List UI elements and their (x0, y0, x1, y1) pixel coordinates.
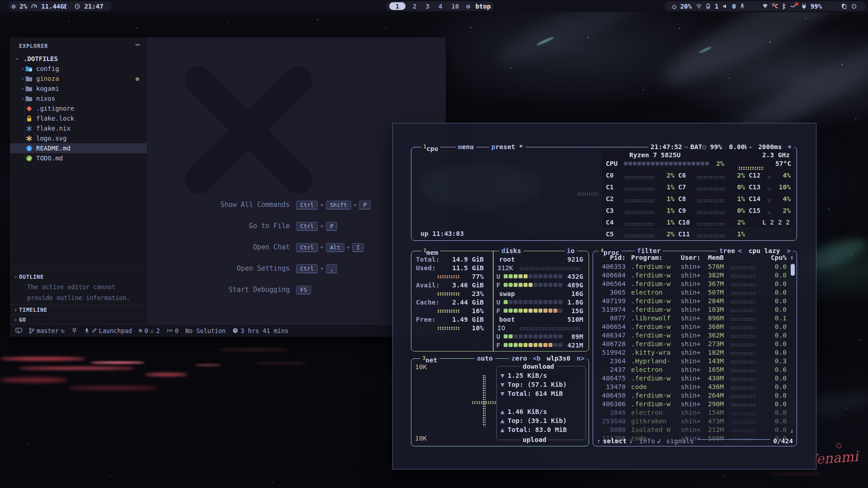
process-row-406728[interactable]: 406728.ferdium-wshin+273M0.0 (593, 339, 797, 348)
git-branch-item[interactable]: master ↻ (29, 327, 65, 334)
process-row-2437[interactable]: 2437electronshin+165M0.6 (593, 365, 797, 374)
workspace-1[interactable]: 1 (389, 2, 406, 10)
process-row-406475[interactable]: 406475.ferdium-wshin+430M0.0 (593, 374, 797, 382)
process-row-2364[interactable]: 2364.Hyprland-shin+143M0.3 (593, 357, 797, 365)
remote-indicator[interactable] (15, 328, 22, 333)
core-percent: 1% (657, 219, 675, 226)
sort-direction-icon[interactable]: ↑ (790, 254, 794, 261)
process-row-406654[interactable]: 406654.ferdium-wshin+368M0.0 (593, 322, 797, 331)
outline-section-header[interactable]: › OUTLINE (10, 272, 147, 282)
file-row-logo.svg[interactable]: logo.svg (10, 133, 147, 143)
workspace-3[interactable]: 3 (424, 3, 431, 10)
select-hint[interactable]: select (603, 437, 627, 445)
lock-icon (25, 115, 33, 122)
sync-icon[interactable]: ↻ (61, 327, 65, 334)
kbd-key: P (326, 222, 338, 231)
go-section-header[interactable]: › GO (10, 314, 147, 325)
cpu-menu-button[interactable]: menu (456, 142, 476, 151)
proc-pid: 406475 (593, 375, 626, 382)
process-row-406347[interactable]: 406347.ferdium-wshin+362M0.0 (593, 331, 797, 339)
net-zero-button[interactable]: zero (509, 354, 529, 363)
solution-label: No Solution (185, 327, 226, 334)
proc-mem: 143M (708, 357, 729, 365)
proc-footer: ↑select↓ info↲ signals 0/424 (597, 436, 793, 445)
core-percent: 2% (728, 219, 745, 226)
process-row-253640[interactable]: 253640gitkrakenshin+473M0.0 (593, 417, 797, 425)
root-folder-row[interactable]: › .DOTFILES (10, 54, 147, 64)
proc-mem: 382M (708, 272, 729, 279)
solution-item[interactable]: No Solution (185, 327, 226, 334)
file-row-.gitignore[interactable]: .gitignore (10, 103, 147, 113)
proc-cpu-graph (731, 429, 756, 432)
cpu-total-label: CPU (606, 160, 618, 167)
proc-pid: 406450 (593, 392, 626, 399)
port-forward-item[interactable] (71, 328, 77, 333)
info-hint[interactable]: info (639, 437, 655, 445)
file-row-README.md[interactable]: README.md (10, 143, 147, 153)
chevron-down-icon: › (14, 56, 20, 61)
file-row-flake.lock[interactable]: flake.lock (10, 113, 147, 123)
io-toggle[interactable]: io (565, 246, 577, 255)
launchpad-item[interactable]: Launchpad (84, 327, 132, 334)
process-row-406564[interactable]: 406564.ferdium-wshin+367M0.0 (593, 279, 797, 288)
process-row-8077[interactable]: 8077.librewolfshin+896M0.1 (593, 314, 797, 322)
workspaces-pill: 123410 ⚙ btop (386, 1, 494, 11)
folder-row-config[interactable]: ›config (10, 64, 147, 74)
process-row-406684[interactable]: 406684.ferdium-wshin+382M0.0 (593, 271, 797, 279)
proc-program: electron (631, 289, 678, 296)
problems-item[interactable]: ⊗ 0 ⚠ 2 (139, 327, 160, 334)
proc-pid: 519942 (593, 349, 626, 356)
core-name: C15 (749, 207, 768, 214)
folder-row-kogami[interactable]: ›kogami (10, 84, 147, 94)
process-row-13470[interactable]: 13470codeshin+436M0.0 (593, 382, 797, 391)
nix-icon (25, 125, 33, 132)
kbd-key: Ctrl (296, 201, 318, 210)
cpu-box-title[interactable]: 1cpu (421, 142, 440, 153)
process-row-519942[interactable]: 519942.kitty-wrashin+182M0.0 (593, 348, 797, 357)
disk-meter (504, 343, 563, 347)
proc-user: shin+ (681, 409, 706, 416)
hardware-status-pill[interactable]: ○ 20% 1 0 (665, 1, 752, 11)
ports-item[interactable]: 0 (167, 327, 179, 334)
disks-toggle[interactable]: disks (499, 246, 524, 255)
time-tracker-item[interactable]: 3 hrs 41 mins (232, 327, 288, 334)
process-row-9080[interactable]: 9080Isolated Wshin+212M0.0 (593, 425, 797, 434)
process-row-406353[interactable]: 406353.ferdium-wshin+576M0.0 (593, 262, 797, 271)
workspace-10[interactable]: 10 (449, 3, 461, 10)
workspace-4[interactable]: 4 (437, 3, 444, 10)
system-stats-pill[interactable]: ⚙ 2% 11.44GB (8, 1, 71, 11)
proc-scrollbar-thumb[interactable] (791, 264, 795, 276)
proc-cpu-graph (731, 386, 756, 389)
net-interface-switcher[interactable]: <b wlp3s0 n> (530, 354, 587, 363)
process-row-2846[interactable]: 2846electronshin+154M0.0 (593, 408, 797, 417)
process-row-406386[interactable]: 406386.ferdium-wshin+290M0.0 (593, 399, 797, 408)
clock-time: 21:47 (84, 3, 103, 10)
tray-pill[interactable]: UC ᛒ 99% (746, 1, 838, 11)
process-row-406450[interactable]: 406450.ferdium-wshin+264M0.0 (593, 391, 797, 399)
core-name: C10 (678, 219, 697, 226)
signals-hint[interactable]: signals (666, 437, 694, 445)
process-row-407199[interactable]: 407199.ferdium-wshin+284M0.0 (593, 296, 797, 305)
folder-row-nixos[interactable]: ›nixos (10, 94, 147, 103)
explorer-more-actions-icon[interactable]: ⋯ (135, 40, 140, 49)
timeline-section-header[interactable]: › TIMELINE (10, 305, 147, 315)
process-row-3065[interactable]: 3065electronshin+507M0.0 (593, 288, 797, 296)
file-row-flake.nix[interactable]: flake.nix (10, 123, 147, 133)
clock-pill[interactable]: 21:47 (66, 1, 112, 11)
proc-pid: 9080 (593, 426, 626, 433)
process-row-519974[interactable]: 519974.ferdium-wshin+103M0.0 (593, 305, 797, 314)
scroll-down-icon[interactable]: ↓ (790, 427, 794, 434)
core-percent: 2% (657, 172, 675, 179)
folder-icon (25, 75, 33, 82)
folder-row-ginoza[interactable]: ›ginoza (10, 74, 147, 84)
proc-user: shin+ (681, 280, 706, 287)
net-auto-button[interactable]: auto (475, 354, 495, 363)
workspace-2[interactable]: 2 (411, 3, 418, 10)
disk-meter (504, 300, 563, 304)
file-row-TODO.md[interactable]: TODO.md (10, 153, 147, 163)
power-menu-pill[interactable] (832, 1, 866, 11)
proc-mem: 436M (708, 383, 729, 390)
cpu-preset-button[interactable]: preset * (489, 142, 525, 151)
timeline-title: TIMELINE (19, 307, 47, 313)
proc-pid: 2364 (593, 357, 626, 365)
